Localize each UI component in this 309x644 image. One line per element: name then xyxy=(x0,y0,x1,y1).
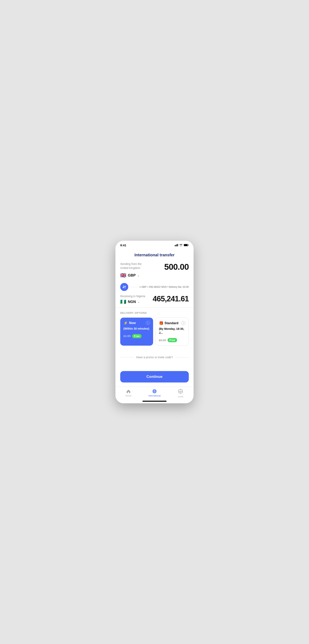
gbp-chevron-icon: ⌄ xyxy=(137,274,140,277)
battery-icon xyxy=(184,244,189,246)
delivery-option-now[interactable]: ⚡ Now i (Within 30 minutes) £1.99 Free xyxy=(120,318,153,346)
receiving-label: Receiving in Nigeria xyxy=(120,294,145,298)
continue-container: Continue xyxy=(115,368,194,387)
status-bar: 9:41 xyxy=(115,241,194,250)
exchange-rate-row: 1 GBP = 930.48322 NGN • Delivery fee: £0… xyxy=(115,281,194,293)
nav-label-international: International xyxy=(148,394,161,397)
receiving-amount: 465,241.61 xyxy=(153,294,189,303)
promo-line-left xyxy=(120,357,134,358)
gbp-flag: 🇬🇧 xyxy=(120,273,126,278)
standard-name: Standard xyxy=(165,322,178,325)
svg-rect-1 xyxy=(176,245,176,246)
exchange-rate-text: 1 GBP = 930.48322 NGN • Delivery fee: £0… xyxy=(139,286,189,288)
now-info-icon[interactable]: i xyxy=(146,321,150,325)
local-icon-wrapper: GBP xyxy=(178,389,183,394)
status-icons xyxy=(175,244,189,246)
home-indicator xyxy=(142,401,167,402)
ngn-chevron-icon: ⌄ xyxy=(137,300,140,304)
home-icon xyxy=(126,389,131,394)
delivery-options-row: ⚡ Now i (Within 30 minutes) £1.99 Free xyxy=(120,318,189,346)
nav-label-home: Home xyxy=(125,394,131,397)
delivery-option-standard[interactable]: 🎁 Standard i (By Monday, 18:30, J... £0.… xyxy=(156,318,189,346)
now-emoji: ⚡ xyxy=(123,321,128,325)
continue-button[interactable]: Continue xyxy=(120,371,189,382)
signal-icon xyxy=(175,244,178,246)
wifi-icon xyxy=(179,244,183,246)
sending-amount: 500.00 xyxy=(164,262,189,272)
sending-section: Sending from theUnited Kingdom 500.00 🇬🇧… xyxy=(115,259,194,281)
globe-icon xyxy=(152,389,157,394)
standard-price-original: £0.99 xyxy=(159,338,166,342)
svg-rect-3 xyxy=(178,244,178,246)
delivery-section: DELIVERY OPTIONS ⚡ Now i (Within 30 minu… xyxy=(115,308,194,350)
now-price-free: Free xyxy=(132,334,141,338)
ngn-code: NGN xyxy=(128,300,136,304)
standard-info-icon[interactable]: i xyxy=(181,321,185,325)
now-name: Now xyxy=(129,321,136,325)
nav-item-international[interactable]: International xyxy=(141,389,168,397)
swap-button[interactable] xyxy=(120,283,128,291)
local-icon: GBP xyxy=(178,389,183,394)
spacer xyxy=(115,365,194,368)
sending-currency-selector[interactable]: 🇬🇧 GBP ⌄ xyxy=(120,273,189,278)
phone-frame: 9:41 International transfer xyxy=(115,241,194,403)
standard-emoji: 🎁 xyxy=(159,321,163,326)
status-time: 9:41 xyxy=(120,244,126,247)
svg-rect-0 xyxy=(175,245,175,246)
ngn-flag: 🇳🇬 xyxy=(120,299,126,304)
gbp-code: GBP xyxy=(128,273,136,278)
now-price-original: £1.99 xyxy=(123,334,130,338)
promo-text: Have a promo or invite code? xyxy=(136,356,173,359)
promo-line-right xyxy=(175,357,189,358)
standard-price-free: Free xyxy=(168,338,177,342)
nav-label-local: Local xyxy=(178,395,183,398)
standard-subtitle: (By Monday, 18:30, J... xyxy=(159,327,185,335)
receiving-section: Receiving in Nigeria 🇳🇬 NGN ⌄ 465,241.61 xyxy=(115,293,194,308)
main-content: International transfer Sending from theU… xyxy=(115,250,194,403)
sending-label: Sending from theUnited Kingdom xyxy=(120,262,142,270)
page-title: International transfer xyxy=(120,253,189,257)
svg-text:GBP: GBP xyxy=(179,390,183,392)
receiving-currency-selector[interactable]: 🇳🇬 NGN ⌄ xyxy=(120,299,145,304)
now-subtitle: (Within 30 minutes) xyxy=(123,327,150,331)
page-title-container: International transfer xyxy=(115,250,194,259)
promo-section[interactable]: Have a promo or invite code? xyxy=(115,350,194,365)
nav-item-home[interactable]: Home xyxy=(115,389,141,397)
swap-icon xyxy=(122,285,126,289)
svg-rect-5 xyxy=(184,244,188,246)
nav-item-local[interactable]: GBP Local xyxy=(168,389,194,398)
delivery-title: DELIVERY OPTIONS xyxy=(120,312,189,314)
svg-rect-2 xyxy=(177,244,177,246)
